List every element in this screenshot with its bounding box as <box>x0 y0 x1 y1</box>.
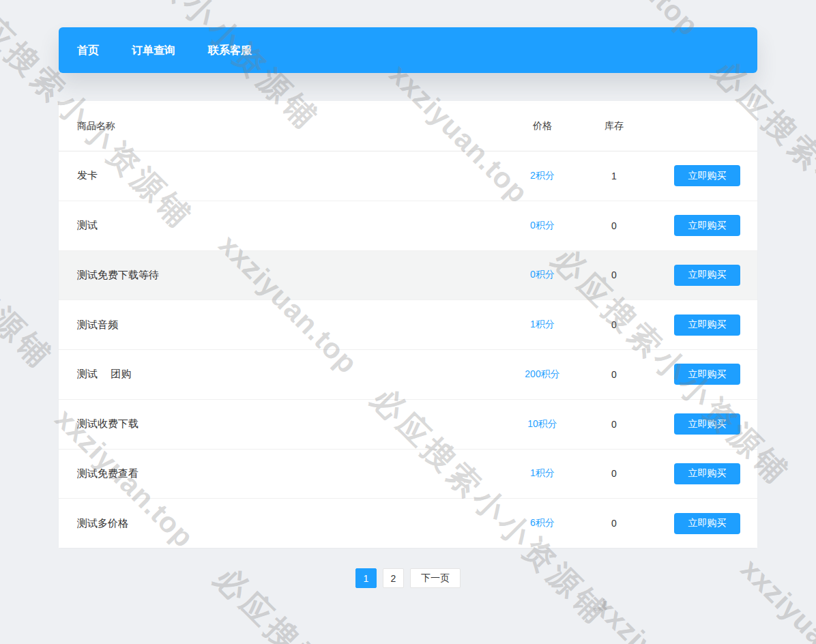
table-header-row: 商品名称 价格 库存 <box>59 101 757 151</box>
watermark-text: xxziyuan.top <box>734 553 816 644</box>
product-stock: 0 <box>583 419 645 430</box>
main-nav: 首页订单查询联系客服 <box>59 27 757 73</box>
product-action-cell: 立即购买 <box>645 265 740 286</box>
product-stock: 1 <box>583 171 645 181</box>
product-name: 测试收费下载 <box>77 418 501 430</box>
nav-item-0[interactable]: 首页 <box>61 27 115 73</box>
product-action-cell: 立即购买 <box>645 314 740 336</box>
pagination: 12下一页 <box>59 568 757 588</box>
buy-now-button[interactable]: 立即购买 <box>674 215 740 236</box>
table-row: 测试免费查看1积分0立即购买 <box>59 450 757 499</box>
product-action-cell: 立即购买 <box>645 215 740 236</box>
product-price: 200积分 <box>501 368 583 381</box>
product-name: 发卡 <box>77 169 501 182</box>
nav-item-1[interactable]: 订单查询 <box>115 27 192 73</box>
product-price: 10积分 <box>501 418 583 430</box>
product-name: 测试免费查看 <box>77 467 501 480</box>
table-row: 测试 团购200积分0立即购买 <box>59 350 757 400</box>
table-row: 测试免费下载等待0积分0立即购买 <box>59 251 757 301</box>
product-price: 0积分 <box>501 269 583 281</box>
table-row: 测试多价格6积分0立即购买 <box>59 499 757 548</box>
product-name: 测试音频 <box>77 319 501 332</box>
product-name: 测试多价格 <box>77 517 501 530</box>
pagination-page-2[interactable]: 2 <box>383 568 404 588</box>
table-row: 发卡2积分1立即购买 <box>59 151 757 201</box>
product-price: 1积分 <box>501 467 583 480</box>
buy-now-button[interactable]: 立即购买 <box>674 364 740 385</box>
product-action-cell: 立即购买 <box>645 413 740 435</box>
table-row: 测试音频1积分0立即购买 <box>59 300 757 350</box>
product-stock: 0 <box>583 269 645 280</box>
product-price: 6积分 <box>501 517 583 529</box>
buy-now-button[interactable]: 立即购买 <box>674 265 740 286</box>
buy-now-button[interactable]: 立即购买 <box>674 413 740 435</box>
product-stock: 0 <box>583 319 645 330</box>
product-table-card: 商品名称 价格 库存 发卡2积分1立即购买测试0积分0立即购买测试免费下载等待0… <box>59 101 757 548</box>
watermark-text: xxziyuan.top <box>587 590 739 644</box>
product-name: 测试免费下载等待 <box>77 269 501 282</box>
watermark-text: 必应搜索小小资源铺 <box>0 123 62 379</box>
buy-now-button[interactable]: 立即购买 <box>674 513 740 534</box>
column-header-price: 价格 <box>501 120 583 132</box>
product-stock: 0 <box>583 220 645 231</box>
product-price: 0积分 <box>501 220 583 232</box>
product-stock: 0 <box>583 369 645 380</box>
product-stock: 0 <box>583 518 645 529</box>
column-header-name: 商品名称 <box>77 120 501 132</box>
product-action-cell: 立即购买 <box>645 165 740 186</box>
table-body: 发卡2积分1立即购买测试0积分0立即购买测试免费下载等待0积分0立即购买测试音频… <box>59 151 757 548</box>
pagination-page-1[interactable]: 1 <box>355 568 377 588</box>
product-name: 测试 <box>77 219 501 232</box>
product-action-cell: 立即购买 <box>645 364 740 385</box>
buy-now-button[interactable]: 立即购买 <box>674 463 740 484</box>
product-stock: 0 <box>583 468 645 479</box>
column-header-stock: 库存 <box>583 120 645 132</box>
product-name: 测试 团购 <box>77 368 501 381</box>
table-row: 测试0积分0立即购买 <box>59 201 757 251</box>
pagination-next-button[interactable]: 下一页 <box>410 568 461 588</box>
nav-item-2[interactable]: 联系客服 <box>192 27 268 73</box>
product-price: 2积分 <box>501 170 583 182</box>
product-price: 1积分 <box>501 319 583 331</box>
buy-now-button[interactable]: 立即购买 <box>674 314 740 336</box>
table-row: 测试收费下载10积分0立即购买 <box>59 400 757 450</box>
buy-now-button[interactable]: 立即购买 <box>674 165 740 186</box>
product-action-cell: 立即购买 <box>645 463 740 484</box>
product-action-cell: 立即购买 <box>645 513 740 534</box>
